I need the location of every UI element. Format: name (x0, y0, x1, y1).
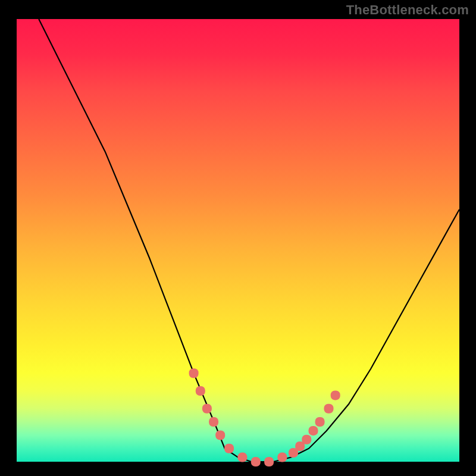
curve-marker (277, 453, 287, 462)
curve-marker (264, 457, 274, 466)
curve-marker (237, 453, 247, 462)
curve-marker (196, 386, 205, 396)
curve-marker (251, 457, 261, 466)
bottleneck-curve (39, 19, 459, 462)
chart-frame: TheBottleneck.com (0, 0, 476, 476)
curve-marker (189, 368, 199, 378)
curve-marker (315, 417, 325, 427)
curve-layer (17, 19, 459, 462)
curve-marker (302, 435, 311, 444)
curve-marker (202, 404, 212, 414)
curve-marker (209, 417, 218, 427)
marker-group (189, 368, 340, 466)
curve-marker (309, 426, 318, 436)
plot-area (17, 19, 459, 462)
watermark-text: TheBottleneck.com (346, 2, 469, 18)
curve-marker (331, 390, 340, 400)
curve-marker (324, 404, 334, 414)
curve-marker (215, 430, 225, 440)
curve-marker (224, 444, 234, 453)
